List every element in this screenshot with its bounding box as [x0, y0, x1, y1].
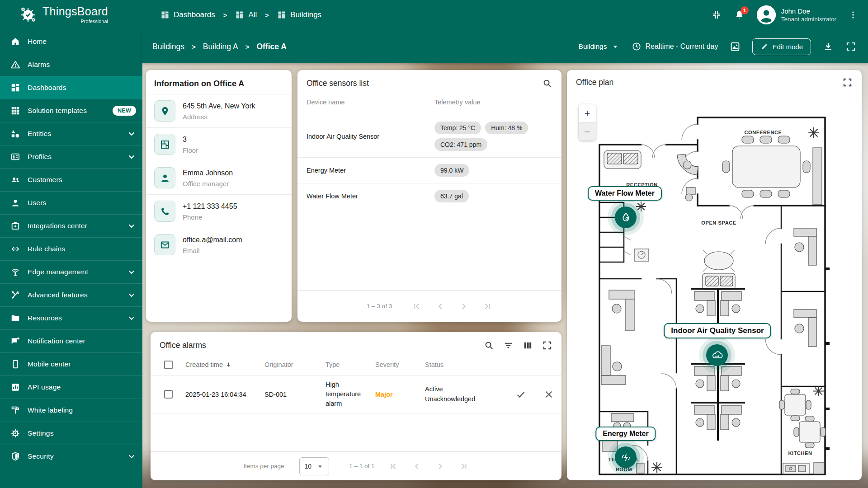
- sidebar-item-edge-management[interactable]: Edge management: [0, 260, 142, 283]
- fullscreen-exit-icon: [711, 9, 722, 20]
- alarm-created-time: 2025-01-23 16:04:34: [185, 391, 264, 398]
- marker-water-flow-meter[interactable]: [615, 206, 637, 228]
- antenna-icon: [10, 267, 20, 277]
- widget-title: Office alarms: [160, 341, 206, 350]
- current-state-label: Office A: [256, 42, 286, 52]
- breadcrumb-buildings-link[interactable]: Buildings: [152, 42, 184, 52]
- sidebar-item-alarms[interactable]: Alarms: [0, 53, 142, 76]
- export-dashboard-button[interactable]: [823, 41, 834, 52]
- telemetry-chip: CO2: 471 ppm: [434, 138, 487, 151]
- sidebar-item-dashboards[interactable]: Dashboards: [0, 76, 142, 99]
- chevron-down-icon: [127, 267, 136, 277]
- timewindow-button[interactable]: Realtime - Current day: [632, 42, 718, 52]
- acknowledge-alarm-icon[interactable]: [515, 389, 526, 400]
- previous-page-icon[interactable]: [435, 301, 445, 311]
- dashboard-image-button[interactable]: [730, 41, 741, 52]
- info-row-email: office.a@mail.com Email: [146, 228, 292, 261]
- sidebar-item-rule-chains[interactable]: Rule chains: [0, 237, 142, 260]
- last-page-icon[interactable]: [482, 301, 492, 311]
- sidebar-item-users[interactable]: Users: [0, 191, 142, 214]
- first-page-icon[interactable]: [412, 301, 422, 311]
- sidebar-item-home[interactable]: Home: [0, 30, 142, 53]
- column-status[interactable]: Status: [425, 361, 515, 368]
- next-page-icon[interactable]: [435, 461, 445, 471]
- columns-button[interactable]: [523, 340, 533, 351]
- sidebar-item-entities[interactable]: Entities: [0, 122, 142, 145]
- column-originator[interactable]: Originator: [264, 361, 326, 368]
- column-created-time[interactable]: Created time: [185, 361, 223, 368]
- sidebar-item-integrations-center[interactable]: Integrations center: [0, 214, 142, 237]
- clear-alarm-icon[interactable]: [543, 389, 554, 400]
- notifications-button[interactable]: 1: [734, 9, 745, 21]
- breadcrumb-all[interactable]: All: [235, 10, 257, 19]
- sidebar-item-customers[interactable]: Customers: [0, 168, 142, 191]
- dashboard-toolbar: Buildings > Building A > Office A Buildi…: [142, 30, 868, 63]
- alarm-type: High temperature alarm: [326, 380, 375, 408]
- collapse-view-button[interactable]: [711, 9, 722, 20]
- zoom-out-button[interactable]: −: [579, 122, 596, 141]
- svg-text:co2: co2: [715, 355, 719, 357]
- search-button[interactable]: [484, 340, 494, 351]
- chevron-down-icon: [127, 152, 136, 161]
- sidebar-item-notification-center[interactable]: Notification center: [0, 329, 142, 352]
- table-row[interactable]: Water Flow Meter 63.7 gal: [297, 183, 561, 209]
- manager-label: Office manager: [183, 180, 233, 188]
- next-page-icon[interactable]: [459, 301, 469, 311]
- items-per-page-select[interactable]: 10: [299, 457, 329, 475]
- sidebar-item-api-usage[interactable]: API usage: [0, 375, 142, 399]
- alarm-row[interactable]: 2025-01-23 16:04:34 SD-001 High temperat…: [151, 375, 561, 413]
- entity-selector[interactable]: Buildings: [579, 42, 620, 51]
- last-page-icon[interactable]: [459, 461, 469, 471]
- marker-label-energy-meter[interactable]: Energy Meter: [595, 427, 656, 441]
- table-row[interactable]: Energy Meter 99.0 kW: [297, 157, 561, 183]
- floor-plan-drawing: CONFERENCE RECEPTION OPEN SPACE KITCHEN …: [573, 93, 844, 481]
- previous-page-icon[interactable]: [412, 461, 422, 471]
- first-page-icon[interactable]: [388, 461, 398, 471]
- energy-bolt-icon: [620, 451, 632, 464]
- telemetry-chip: Hum: 48 %: [485, 122, 528, 134]
- marker-label-water-flow-meter[interactable]: Water Flow Meter: [588, 186, 662, 201]
- user-role: Tenant administrator: [781, 16, 836, 23]
- column-telemetry-value: Telemetry value: [434, 99, 552, 106]
- marker-energy-meter[interactable]: [615, 446, 637, 468]
- paginator: Items per page: 10 1 – 1 of 1: [151, 451, 561, 480]
- page-range-label: 1 – 1 of 1: [349, 463, 374, 469]
- breadcrumb-dashboards[interactable]: Dashboards: [160, 10, 215, 19]
- sidebar-item-mobile-center[interactable]: Mobile center: [0, 352, 142, 375]
- dashboard-icon: [235, 10, 244, 19]
- sort-descending-icon[interactable]: [225, 361, 232, 369]
- sidebar-item-advanced-features[interactable]: Advanced features: [0, 283, 142, 306]
- marker-indoor-air-quality-sensor[interactable]: co2: [706, 344, 728, 366]
- table-row[interactable]: Indoor Air Quality Sensor Temp: 25 °C Hu…: [297, 115, 561, 157]
- column-type[interactable]: Type: [326, 361, 375, 368]
- filter-button[interactable]: [503, 340, 514, 351]
- columns-icon: [523, 340, 533, 351]
- edit-mode-button[interactable]: Edit mode: [752, 38, 811, 55]
- integration-icon: [10, 221, 20, 231]
- marker-label-indoor-air-quality-sensor[interactable]: Indoor Air Quality Sensor: [664, 323, 771, 338]
- breadcrumb-buildings[interactable]: Buildings: [277, 10, 321, 19]
- widget-title: Office sensors list: [307, 79, 369, 88]
- breadcrumb-building-a-link[interactable]: Building A: [203, 42, 238, 52]
- user-menu[interactable]: John Doe Tenant administrator: [757, 5, 836, 24]
- more-menu-button[interactable]: [848, 10, 858, 20]
- select-all-checkbox[interactable]: [164, 361, 173, 369]
- phone-label: Phone: [183, 213, 237, 221]
- sidebar-item-security[interactable]: Security: [0, 445, 142, 468]
- sidebar-item-white-labeling[interactable]: White labeling: [0, 399, 142, 422]
- sidebar-item-profiles[interactable]: Profiles: [0, 145, 142, 168]
- zoom-in-button[interactable]: +: [579, 104, 596, 122]
- sidebar-item-settings[interactable]: Settings: [0, 422, 142, 445]
- sidebar: Home Alarms Dashboards Solution template…: [0, 30, 142, 488]
- search-button[interactable]: [542, 78, 552, 89]
- sidebar-item-solution-templates[interactable]: Solution templates NEW: [0, 99, 142, 122]
- sidebar-item-resources[interactable]: Resources: [0, 306, 142, 329]
- rule-chain-icon: [10, 244, 20, 254]
- new-badge: NEW: [113, 106, 136, 116]
- fullscreen-button[interactable]: [845, 41, 856, 52]
- row-checkbox[interactable]: [164, 390, 173, 399]
- alarm-status: Active Unacknowledged: [425, 385, 515, 404]
- thingsboard-logo[interactable]: ThingsBoard Professional: [0, 5, 142, 25]
- column-severity[interactable]: Severity: [375, 361, 425, 368]
- expand-widget-button[interactable]: [542, 340, 552, 351]
